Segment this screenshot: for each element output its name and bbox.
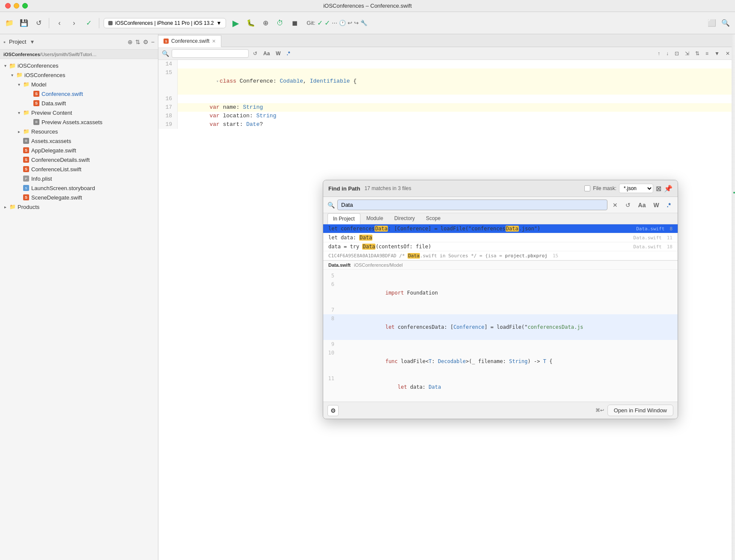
find-tab-scope[interactable]: Scope <box>421 213 446 224</box>
refresh-icon[interactable]: ↺ <box>33 17 45 29</box>
tab-close-icon[interactable]: ✕ <box>212 39 216 44</box>
right-scrollbar-indicator <box>732 34 735 560</box>
tree-item-preview-content[interactable]: ▾ 📁 Preview Content <box>0 108 158 117</box>
editor-case-icon[interactable]: Aa <box>262 50 271 57</box>
profile-icon[interactable]: ⏱ <box>274 17 286 29</box>
tree-item-data-swift[interactable]: ▸ S Data.swift <box>0 98 158 108</box>
git-settings-icon[interactable]: 🔧 <box>360 20 367 26</box>
tree-item-iosconferences[interactable]: ▾ 📁 iOSConferences <box>0 70 158 80</box>
label-resources: Resources <box>31 128 58 135</box>
tree-item-conference-swift[interactable]: ▸ S Conference.swift <box>0 89 158 98</box>
git-branch-icon[interactable]: ⋯ <box>332 20 337 26</box>
editor-search-input[interactable] <box>172 49 249 58</box>
save-icon[interactable]: 💾 <box>18 17 30 29</box>
arrow-preview-content: ▾ <box>15 109 22 116</box>
editor-filter2-icon[interactable]: ▼ <box>713 50 721 57</box>
find-tab-module[interactable]: Module <box>361 213 388 224</box>
tree-item-preview-assets[interactable]: ▸ ⊞ Preview Assets.xcassets <box>0 117 158 127</box>
folder-icon-iosconferences: 📁 <box>15 71 23 78</box>
sidebar-dropdown-icon[interactable]: ▼ <box>30 39 35 45</box>
run-button[interactable]: ▶ <box>229 16 242 30</box>
filemask-select[interactable]: *.json *.swift * <box>619 184 653 193</box>
find-regex-icon[interactable]: .* <box>664 201 673 209</box>
folder-icon-preview-content: 📁 <box>22 109 30 116</box>
folder-icon[interactable]: 📁 <box>3 17 15 29</box>
preview-num-5: 5 <box>323 271 339 280</box>
editor-tabs: S Conference.swift ✕ <box>158 34 735 47</box>
arrow-model: ▾ <box>15 81 22 88</box>
tree-item-products[interactable]: ▸ 📁 Products <box>0 202 158 211</box>
tree-item-resources[interactable]: ▸ 📁 Resources <box>0 127 158 136</box>
editor-prev-match-icon[interactable]: ↑ <box>656 50 662 57</box>
tree-item-root[interactable]: ▾ 📁 iOSConferences <box>0 61 158 70</box>
find-tab-inproject[interactable]: In Project <box>327 213 360 224</box>
filemask-filter-icon[interactable]: ⊠ <box>656 185 661 193</box>
tree-item-confdetails[interactable]: ▸ S ConferenceDetails.swift <box>0 155 158 164</box>
find-result-row-4[interactable]: C1C4F6A95E8A0A1DAA9BDFAD /* Data.swift i… <box>323 251 678 260</box>
panel-left-icon[interactable]: ⬜ <box>706 17 718 29</box>
editor-indent-icon[interactable]: ⇅ <box>693 50 701 57</box>
fold-arrow-15[interactable]: ▾ <box>216 77 219 86</box>
tree-item-assets[interactable]: ▸ ⊞ Assets.xcassets <box>0 136 158 146</box>
git-clock-icon[interactable]: 🕐 <box>339 20 346 26</box>
editor-regex-icon[interactable]: .* <box>285 50 292 57</box>
label-iosconferences: iOSConferences <box>18 63 58 69</box>
git-redo-icon[interactable]: ↪ <box>354 20 359 26</box>
sidebar-gear-icon[interactable]: ⚙ <box>143 39 149 45</box>
tree-item-launchscreen[interactable]: ▸ S LaunchScreen.storyboard <box>0 183 158 193</box>
icon-scenedelegate: S <box>22 194 30 201</box>
find-result-fline-4: 15 <box>553 253 558 259</box>
tree-item-model[interactable]: ▾ 📁 Model <box>0 80 158 89</box>
sidebar-minus-icon[interactable]: − <box>151 39 155 45</box>
stop-icon[interactable]: ◼ <box>289 17 301 29</box>
find-tab-directory[interactable]: Directory <box>389 213 420 224</box>
back-icon[interactable]: ‹ <box>54 17 65 29</box>
attach-icon[interactable]: ⊕ <box>259 17 271 29</box>
git-undo-icon[interactable]: ↩ <box>348 20 352 26</box>
maximize-button[interactable] <box>22 3 28 9</box>
forward-icon[interactable]: › <box>68 17 80 29</box>
sidebar-filter-icon[interactable]: ⇅ <box>135 39 140 45</box>
editor-filter-icon[interactable]: ≡ <box>704 50 710 57</box>
debug-icon[interactable]: 🐛 <box>245 17 257 29</box>
find-result-row-3[interactable]: data = try Data(contentsOf: file) Data.s… <box>323 242 678 251</box>
scheme-selector[interactable]: iOSConferences | iPhone 11 Pro | iOS 13.… <box>104 18 226 28</box>
find-result-row-1[interactable]: let conferencesData: [Conference] = load… <box>323 224 678 233</box>
tree-item-conflist[interactable]: ▸ S ConferenceList.swift <box>0 164 158 174</box>
find-word-icon[interactable]: W <box>651 201 661 209</box>
editor-next-match-icon[interactable]: ↓ <box>664 50 670 57</box>
editor-options-icon[interactable]: ⇲ <box>683 50 691 57</box>
find-refresh-icon[interactable]: ↺ <box>623 201 633 209</box>
sidebar-plus-icon[interactable]: ⊕ <box>128 39 133 45</box>
find-clear-icon[interactable]: ✕ <box>610 201 620 209</box>
preview-line-7: 7 <box>323 306 678 314</box>
editor-search-refresh-icon[interactable]: ↺ <box>251 50 259 57</box>
filemask-pin-icon[interactable]: 📌 <box>664 185 673 193</box>
code-line-15: 15 ▾class Conference: Codable, Identifia… <box>158 69 735 95</box>
line-num-19: 19 <box>158 120 178 129</box>
tab-conference-swift[interactable]: S Conference.swift ✕ <box>158 35 221 47</box>
find-results[interactable]: let conferencesData: [Conference] = load… <box>323 224 678 260</box>
folder-icon-resources: 📁 <box>22 128 30 135</box>
find-case-icon[interactable]: Aa <box>636 201 649 209</box>
close-button[interactable] <box>5 3 11 9</box>
open-find-window-button[interactable]: Open in Find Window <box>607 405 673 416</box>
checkmark-icon[interactable]: ✓ <box>83 17 95 29</box>
icon-confdetails: S <box>22 156 30 163</box>
tree-item-appdelegate[interactable]: ▸ S AppDelegate.swift <box>0 146 158 155</box>
find-search-input[interactable] <box>337 200 607 210</box>
preview-line-10: 10 func loadFile<T: Decodable>(_ filenam… <box>323 349 678 374</box>
search-toolbar-icon[interactable]: 🔍 <box>720 17 732 29</box>
find-gear-button[interactable]: ⚙ <box>327 405 339 416</box>
line-content-19: var start: Date? <box>178 120 735 129</box>
minimize-button[interactable] <box>14 3 19 9</box>
tree-item-infoplist[interactable]: ▸ P Info.plist <box>0 174 158 183</box>
editor-focus-icon[interactable]: ⊡ <box>673 50 681 57</box>
find-result-row-2[interactable]: let data: Data Data.swift 11 <box>323 233 678 242</box>
tab-conference-label: Conference.swift <box>171 38 209 44</box>
tree-item-scenedelegate[interactable]: ▸ S SceneDelegate.swift <box>0 193 158 202</box>
git-area: Git: ✓ ✓ ⋯ 🕐 ↩ ↪ 🔧 <box>306 19 367 27</box>
filemask-checkbox[interactable] <box>584 185 590 191</box>
editor-word-icon[interactable]: W <box>274 50 282 57</box>
editor-close-icon[interactable]: ✕ <box>724 50 732 57</box>
